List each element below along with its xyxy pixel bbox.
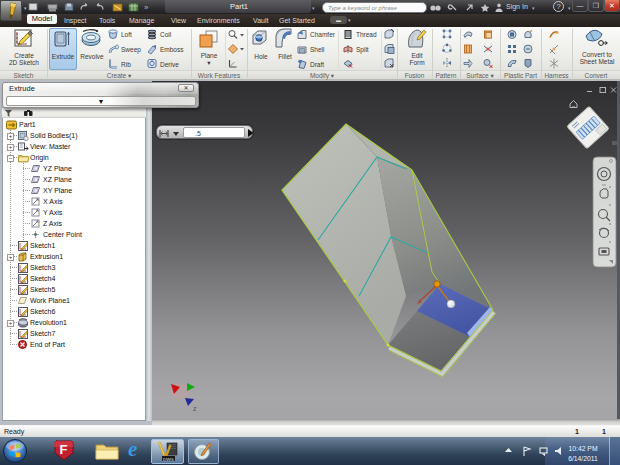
svg-text:F: F [60,442,68,457]
svg-text:DWG: DWG [163,457,174,462]
svg-text:z: z [193,405,197,412]
